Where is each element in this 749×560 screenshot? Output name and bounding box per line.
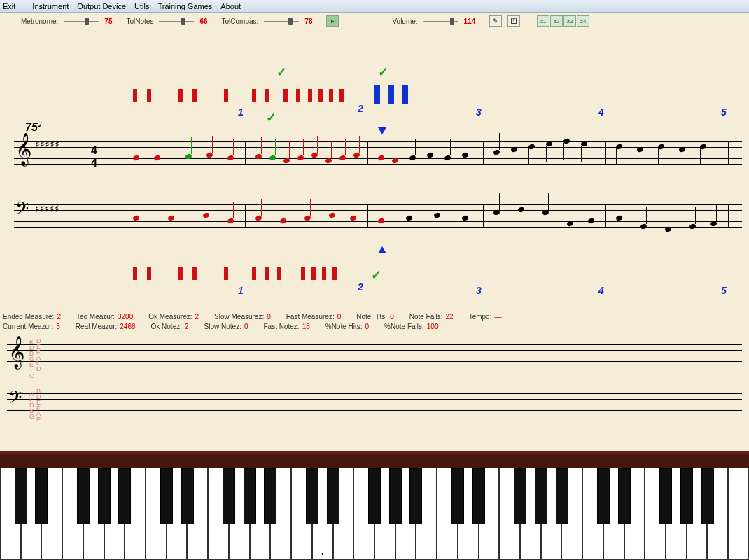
piano-white-key[interactable] xyxy=(582,468,603,560)
bass-clef-icon: 𝄢 xyxy=(8,388,22,412)
note xyxy=(391,158,399,164)
piano-white-key[interactable] xyxy=(229,468,250,560)
stat-label: Slow Measurez: xyxy=(214,312,264,322)
piano-white-key[interactable] xyxy=(624,468,645,560)
pen-icon[interactable]: ✎ xyxy=(489,15,502,27)
piano-white-key[interactable] xyxy=(603,468,624,560)
volume-slider[interactable] xyxy=(424,21,458,22)
note xyxy=(640,223,648,230)
zoom-4[interactable]: z4 xyxy=(577,15,589,27)
piano-keyboard[interactable]: • xyxy=(0,451,749,560)
tick-icon xyxy=(277,267,281,280)
piano-white-key[interactable] xyxy=(728,468,749,560)
key-icon[interactable]: ⚿ xyxy=(507,15,520,27)
tick-icon xyxy=(252,267,256,280)
piano-white-key[interactable] xyxy=(208,468,229,560)
key-signature: ♯♯♯♯♯ xyxy=(35,139,59,150)
tick-icon xyxy=(178,267,183,280)
piano-white-key[interactable] xyxy=(499,468,520,560)
piano-white-key[interactable] xyxy=(396,468,416,560)
piano-white-key[interactable] xyxy=(270,468,291,560)
tolnotes-slider[interactable] xyxy=(159,21,194,22)
menu-training-games[interactable]: Training Games xyxy=(158,2,212,10)
stat-label: Current Meazur: xyxy=(3,322,53,332)
note xyxy=(227,155,234,162)
tick-icon xyxy=(329,89,333,102)
piano-white-key[interactable] xyxy=(666,468,687,560)
stat-value: 0 xyxy=(390,312,394,322)
piano-white-key[interactable] xyxy=(416,468,437,560)
menu-exit[interactable]: Exit xyxy=(3,2,24,10)
tick-icon xyxy=(284,89,288,102)
piano-white-key[interactable] xyxy=(0,468,21,560)
piano-white-key[interactable] xyxy=(21,468,42,560)
play-icon[interactable]: ▸ xyxy=(326,15,339,27)
treble-clef-icon: 𝄞 xyxy=(8,336,25,368)
tick-icon xyxy=(133,89,137,102)
zoom-2[interactable]: z2 xyxy=(550,15,563,27)
piano-white-key[interactable] xyxy=(645,468,666,560)
stat-label: Ok Notez: xyxy=(151,322,182,332)
menu-utils[interactable]: Utils xyxy=(134,2,149,10)
note xyxy=(664,226,672,233)
metronome-slider[interactable] xyxy=(64,21,99,22)
tick-icon xyxy=(296,89,300,102)
zoom-1[interactable]: z1 xyxy=(537,15,550,27)
stat-label: Fast Measurez: xyxy=(286,312,335,322)
piano-white-key[interactable] xyxy=(146,468,167,560)
metronome-value: 75 xyxy=(104,18,112,25)
measure-number: 3 xyxy=(476,106,482,118)
tick-icon xyxy=(133,267,137,280)
piano-white-key[interactable] xyxy=(83,468,104,560)
measure-number: 2 xyxy=(358,281,363,293)
piano-white-key[interactable] xyxy=(291,468,312,560)
note xyxy=(542,209,550,216)
piano-white-key[interactable] xyxy=(62,468,83,560)
piano-white-key[interactable] xyxy=(561,468,582,560)
note xyxy=(132,155,140,162)
stat-label: %Note Fails: xyxy=(384,322,424,332)
stat-value: 100 xyxy=(427,322,439,332)
piano-white-key[interactable]: • xyxy=(312,468,333,560)
piano-white-key[interactable] xyxy=(167,468,188,560)
stat-label: Fast Notez: xyxy=(263,322,299,332)
piano-white-key[interactable] xyxy=(187,468,208,560)
note xyxy=(325,158,332,164)
stat-value: 2468 xyxy=(120,322,135,332)
stat-label: Note Fails: xyxy=(410,312,443,322)
piano-white-key[interactable] xyxy=(333,468,354,560)
piano-white-key[interactable] xyxy=(479,468,500,560)
piano-white-key[interactable] xyxy=(707,468,728,560)
piano-white-key[interactable] xyxy=(250,468,271,560)
note xyxy=(304,215,312,222)
menu-about[interactable]: About xyxy=(220,2,241,10)
piano-white-key[interactable] xyxy=(541,468,562,560)
toolbar: Metronome: 75 TolNotes 66 TolCompas: 78 … xyxy=(0,13,749,29)
stats-panel: Ended Measure:2 Teo Meazur:3200 Ok Measu… xyxy=(0,309,749,335)
piano-white-key[interactable] xyxy=(41,468,62,560)
note-guide: P xyxy=(36,416,41,423)
note xyxy=(493,209,500,216)
piano-white-key[interactable] xyxy=(374,468,396,560)
note xyxy=(283,158,290,164)
menu-output-device[interactable]: Output Device xyxy=(77,2,126,10)
piano-white-key[interactable] xyxy=(354,468,374,560)
piano-white-key[interactable] xyxy=(687,468,708,560)
piano-white-key[interactable] xyxy=(104,468,125,560)
tick-icon xyxy=(147,267,151,280)
stat-value: — xyxy=(494,312,501,322)
piano-white-key[interactable] xyxy=(437,468,458,560)
tolcompas-slider[interactable] xyxy=(264,21,299,22)
tick-icon xyxy=(224,89,228,102)
zoom-3[interactable]: z3 xyxy=(564,15,576,27)
piano-white-key[interactable] xyxy=(520,468,541,560)
input-treble-staff: 𝄞 xyxy=(7,344,742,367)
stat-label: Note Hits: xyxy=(356,312,387,322)
piano-white-key[interactable] xyxy=(125,468,146,560)
treble-staff: 𝄞 ♯♯♯♯♯ 44 xyxy=(14,141,742,164)
volume-value: 114 xyxy=(464,18,476,25)
menu-instrument[interactable]: Instrument xyxy=(32,2,69,10)
note-guide: G xyxy=(29,413,34,420)
piano-white-key[interactable] xyxy=(458,468,479,560)
score-area: 75♩ ✓ ✓ ✓ 1 2 3 4 5 𝄞 ♯♯♯♯♯ 44 xyxy=(0,29,749,309)
